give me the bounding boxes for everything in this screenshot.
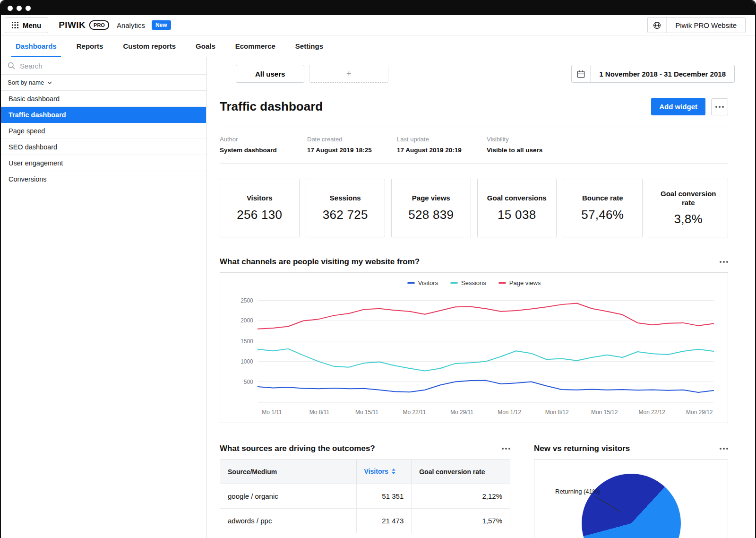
tab-ecommerce[interactable]: Ecommerce <box>225 35 285 57</box>
x-axis-tick-label: Mon 22/12 <box>639 409 666 416</box>
y-axis-tick-label: 500 <box>244 379 253 385</box>
date-range-picker[interactable]: 1 November 2018 - 31 December 2018 <box>571 65 735 83</box>
kpi-goal-conversion-rate: Goal conversion rate 3,8% <box>649 179 729 237</box>
sidebar-item-seo-dashboard[interactable]: SEO dashboard <box>1 139 206 155</box>
series-line <box>258 381 713 392</box>
channels-more-button[interactable] <box>720 261 728 263</box>
x-axis-tick-label: Mon 15/12 <box>591 409 618 416</box>
brand-logo: PIWIK PRO Analytics New <box>59 20 171 30</box>
kpi-page-views: Page views 528 839 <box>391 179 471 237</box>
legend-swatch-visitors <box>407 282 415 284</box>
legend-item-page-views[interactable]: Page views <box>498 279 541 286</box>
new-vs-returning-widget: New vs returning visitors Returning (41%… <box>534 444 728 538</box>
sources-widget: What sources are driving the outcomes? S… <box>220 444 510 538</box>
series-line <box>258 349 713 371</box>
menu-button[interactable]: Menu <box>5 17 48 33</box>
y-axis-tick-label: 2500 <box>241 297 253 304</box>
legend-swatch-sessions <box>450 282 458 284</box>
legend-item-sessions[interactable]: Sessions <box>450 279 486 286</box>
column-header-source-medium[interactable]: Source/Medium <box>220 460 357 484</box>
tab-settings[interactable]: Settings <box>285 35 333 57</box>
globe-icon <box>648 17 667 33</box>
sidebar-item-traffic-dashboard[interactable]: Traffic dashboard <box>1 107 206 123</box>
y-axis-tick-label: 1500 <box>241 338 253 345</box>
tab-reports[interactable]: Reports <box>67 35 113 57</box>
plus-icon: + <box>346 69 352 79</box>
table-row: google / organic 51 351 2,12% <box>220 484 510 509</box>
window-control-icon[interactable] <box>8 6 13 11</box>
brand-name: PIWIK <box>59 20 86 30</box>
pie-slice-label-returning: Returning (41%) <box>555 488 600 495</box>
dashboard-main: All users + 1 November 2018 - 31 Decembe… <box>206 57 755 538</box>
primary-nav: Dashboards Reports Custom reports Goals … <box>1 35 755 57</box>
add-widget-button[interactable]: Add widget <box>651 98 705 115</box>
y-axis-tick-label: 2000 <box>241 317 253 324</box>
x-axis-tick-label: Mo 29/11 <box>450 409 473 416</box>
website-selector-label: Piwik PRO Website <box>667 17 745 33</box>
window-control-icon[interactable] <box>26 6 31 11</box>
x-axis-tick-label: Mon 1/12 <box>498 409 521 416</box>
ellipsis-icon <box>715 106 724 108</box>
kpi-bounce-rate: Bounce rate 57,46% <box>563 179 643 237</box>
meta-last-update: Last update 17 August 2019 20:19 <box>397 136 487 154</box>
chart-legend: Visitors Sessions Page views <box>225 279 723 286</box>
tab-custom-reports[interactable]: Custom reports <box>113 35 186 57</box>
x-axis-tick-label: Mo 15/11 <box>355 409 378 416</box>
app-window: Menu PIWIK PRO Analytics New Piwik PRO W… <box>0 0 756 538</box>
search-input[interactable] <box>20 62 199 70</box>
cell-visitors: 21 473 <box>356 509 412 533</box>
dashboard-meta: Author System dashboard Date created 17 … <box>220 127 728 164</box>
kpi-visitors: Visitors 256 130 <box>220 179 300 237</box>
column-header-goal-conversion-rate[interactable]: Goal conversion rate <box>412 460 510 484</box>
legend-item-visitors[interactable]: Visitors <box>407 279 438 286</box>
sidebar-item-user-engagement[interactable]: User engagement <box>1 155 206 171</box>
tab-goals[interactable]: Goals <box>186 35 225 57</box>
sources-table: Source/Medium Visitors Goal conversion r… <box>220 459 510 533</box>
dashboard-more-button[interactable] <box>711 98 728 115</box>
meta-author: Author System dashboard <box>220 136 307 154</box>
sidebar-search <box>1 57 206 75</box>
app-header: Menu PIWIK PRO Analytics New Piwik PRO W… <box>1 15 755 35</box>
line-chart-container: Visitors Sessions Page views 50010001500… <box>220 272 728 423</box>
x-axis-tick-label: Mo 8/11 <box>309 409 330 416</box>
search-icon <box>8 62 15 69</box>
cell-goal-rate: 1,57% <box>412 509 510 533</box>
cell-source: google / organic <box>220 484 357 509</box>
channels-widget: What channels are people visiting my web… <box>220 257 728 423</box>
cell-source: adwords / ppc <box>220 509 357 533</box>
cell-goal-rate: 2,12% <box>412 484 510 509</box>
pie-label-leader-line <box>593 495 623 514</box>
sidebar-item-basic-dashboard[interactable]: Basic dashboard <box>1 91 206 107</box>
segment-all-users-button[interactable]: All users <box>236 65 304 83</box>
pie-more-button[interactable] <box>720 448 728 450</box>
add-segment-button[interactable]: + <box>309 65 388 83</box>
window-control-icon[interactable] <box>17 6 22 11</box>
website-selector[interactable]: Piwik PRO Website <box>647 17 746 33</box>
sidebar-item-conversions[interactable]: Conversions <box>1 171 206 187</box>
meta-date-created: Date created 17 August 2019 18:25 <box>307 136 397 154</box>
kpi-sessions: Sessions 362 725 <box>306 179 386 237</box>
y-axis-tick-label: 1000 <box>241 358 253 365</box>
meta-visibility: Visibility Visible to all users <box>487 136 542 154</box>
dashboards-sidebar: Sort by name Basic dashboard Traffic das… <box>1 57 206 538</box>
column-header-visitors[interactable]: Visitors <box>356 460 412 484</box>
new-badge: New <box>152 20 171 30</box>
x-axis-tick-label: Mo 22/11 <box>403 409 426 416</box>
calendar-icon <box>572 65 591 82</box>
brand-pro-badge: PRO <box>89 20 109 30</box>
tab-dashboards[interactable]: Dashboards <box>6 35 67 57</box>
window-titlebar <box>1 1 755 15</box>
series-line <box>258 304 713 329</box>
kpi-cards: Visitors 256 130 Sessions 362 725 Page v… <box>220 179 728 237</box>
sidebar-item-page-speed[interactable]: Page speed <box>1 123 206 139</box>
page-title: Traffic dashboard <box>220 99 323 114</box>
bottom-widgets-row: What sources are driving the outcomes? S… <box>220 444 728 538</box>
traffic-line-chart: 5001000150020002500Mo 1/11Mo 8/11Mo 15/1… <box>225 289 723 421</box>
sources-more-button[interactable] <box>502 448 510 450</box>
grid-menu-icon <box>12 22 18 28</box>
segment-toolbar: All users + 1 November 2018 - 31 Decembe… <box>220 65 735 83</box>
table-header-row: Source/Medium Visitors Goal conversion r… <box>220 460 510 484</box>
table-row: adwords / ppc 21 473 1,57% <box>220 509 510 533</box>
pie-chart-container: Returning (41%) <box>534 459 728 538</box>
sort-by-name-control[interactable]: Sort by name <box>1 75 206 91</box>
